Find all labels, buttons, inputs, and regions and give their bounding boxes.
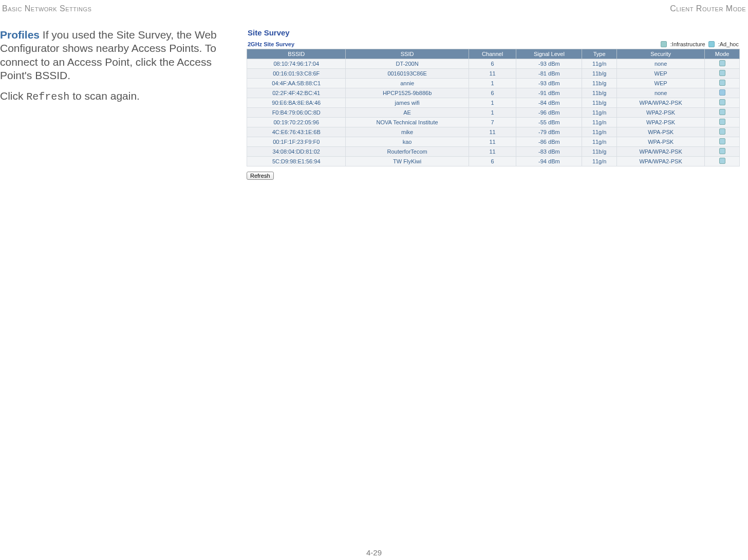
col-channel: Channel	[469, 49, 516, 59]
type-cell: 11g/n	[582, 137, 617, 147]
infrastructure-icon	[719, 70, 725, 76]
mode-cell	[705, 98, 740, 108]
ssid-cell: mike	[346, 127, 469, 137]
refresh-paragraph: Click Refresh to scan again.	[0, 89, 236, 103]
table-row: 00:1F:1F:23:F9:F0kao11-86 dBm11g/nWPA-PS…	[247, 137, 740, 147]
security-cell: WPA-PSK	[617, 137, 705, 147]
ssid-cell: TW FlyKiwi	[346, 157, 469, 166]
type-cell: 11g/n	[582, 108, 617, 118]
channel-cell: 11	[469, 127, 516, 137]
table-row: 4C:E6:76:43:1E:6Bmike11-79 dBm11g/nWPA-P…	[247, 127, 740, 137]
col-signal: Signal Level	[516, 49, 582, 59]
bssid-link[interactable]: 02:2F:4F:42:BC:41	[247, 88, 346, 98]
infrastructure-icon	[719, 80, 725, 86]
bssid-link[interactable]: 90:E6:BA:8E:8A:46	[247, 98, 346, 108]
ssid-cell: RouterforTecom	[346, 147, 469, 157]
channel-cell: 7	[469, 118, 516, 127]
site-survey-table: BSSID SSID Channel Signal Level Type Sec…	[247, 49, 740, 166]
legend-infra-text: :Infrastructure	[670, 41, 705, 47]
signal-cell: -96 dBm	[516, 108, 582, 118]
bssid-link[interactable]: 04:4F:AA:5B:88:C1	[247, 79, 346, 88]
signal-cell: -81 dBm	[516, 69, 582, 79]
ssid-cell: annie	[346, 79, 469, 88]
type-cell: 11g/n	[582, 59, 617, 69]
infrastructure-icon	[719, 138, 725, 144]
refresh-prefix: Click	[0, 90, 26, 102]
mode-cell	[705, 108, 740, 118]
type-cell: 11g/n	[582, 127, 617, 137]
col-mode: Mode	[705, 49, 740, 59]
security-cell: none	[617, 59, 705, 69]
channel-cell: 6	[469, 59, 516, 69]
ssid-cell: AE	[346, 108, 469, 118]
table-row: F0:B4:79:06:0C:8DAE1-96 dBm11g/nWPA2-PSK	[247, 108, 740, 118]
signal-cell: -91 dBm	[516, 88, 582, 98]
refresh-word: Refresh	[26, 91, 69, 103]
table-header-row: BSSID SSID Channel Signal Level Type Sec…	[247, 49, 740, 59]
bssid-link[interactable]: 00:19:70:22:05:96	[247, 118, 346, 127]
header-left: Basic Network Settings	[2, 4, 91, 13]
table-row: 34:08:04:DD:81:02RouterforTecom11-83 dBm…	[247, 147, 740, 157]
channel-cell: 6	[469, 157, 516, 166]
mode-cell	[705, 127, 740, 137]
signal-cell: -83 dBm	[516, 147, 582, 157]
infrastructure-icon	[719, 109, 725, 115]
type-cell: 11b/g	[582, 98, 617, 108]
col-security: Security	[617, 49, 705, 59]
adhoc-icon	[719, 89, 725, 96]
ssid-cell: HPCP1525-9b886b	[346, 88, 469, 98]
channel-cell: 11	[469, 147, 516, 157]
signal-cell: -93 dBm	[516, 59, 582, 69]
signal-cell: -94 dBm	[516, 157, 582, 166]
infrastructure-icon	[719, 148, 725, 154]
signal-cell: -79 dBm	[516, 127, 582, 137]
signal-cell: -86 dBm	[516, 137, 582, 147]
table-row: 00:16:01:93:C8:6F00160193C86E11-81 dBm11…	[247, 69, 740, 79]
ssid-cell: NOVA Technical Institute	[346, 118, 469, 127]
ssid-cell: kao	[346, 137, 469, 147]
security-cell: WEP	[617, 69, 705, 79]
header-right: Client Router Mode	[670, 4, 746, 13]
signal-cell: -84 dBm	[516, 98, 582, 108]
security-cell: WPA/WPA2-PSK	[617, 98, 705, 108]
ssid-cell: DT-200N	[346, 59, 469, 69]
bssid-link[interactable]: 08:10:74:96:17:04	[247, 59, 346, 69]
bssid-link[interactable]: 00:16:01:93:C8:6F	[247, 69, 346, 79]
type-cell: 11b/g	[582, 79, 617, 88]
bssid-link[interactable]: 34:08:04:DD:81:02	[247, 147, 346, 157]
infrastructure-icon	[661, 41, 667, 47]
mode-cell	[705, 79, 740, 88]
bssid-link[interactable]: F0:B4:79:06:0C:8D	[247, 108, 346, 118]
mode-cell	[705, 118, 740, 127]
channel-cell: 11	[469, 69, 516, 79]
panel-subtitle: 2GHz Site Survey	[248, 41, 294, 47]
signal-cell: -55 dBm	[516, 118, 582, 127]
bssid-link[interactable]: 00:1F:1F:23:F9:F0	[247, 137, 346, 147]
left-column: Profiles If you used the Site Survey, th…	[0, 28, 236, 180]
mode-cell	[705, 157, 740, 166]
bssid-link[interactable]: 5C:D9:98:E1:56:94	[247, 157, 346, 166]
channel-cell: 6	[469, 88, 516, 98]
table-row: 00:19:70:22:05:96NOVA Technical Institut…	[247, 118, 740, 127]
bssid-link[interactable]: 4C:E6:76:43:1E:6B	[247, 127, 346, 137]
right-column: Site Survey 2GHz Site Survey :Infrastruc…	[247, 28, 740, 180]
ssid-cell: james wifi	[346, 98, 469, 108]
panel-title: Site Survey	[247, 28, 740, 37]
legend-adhoc-text: :Ad_hoc	[718, 41, 739, 47]
type-cell: 11g/n	[582, 157, 617, 166]
type-cell: 11g/n	[582, 118, 617, 127]
refresh-button[interactable]: Refresh	[247, 172, 274, 180]
security-cell: WEP	[617, 79, 705, 88]
mode-cell	[705, 147, 740, 157]
infrastructure-icon	[719, 128, 725, 135]
profiles-label: Profiles	[0, 29, 40, 41]
table-row: 04:4F:AA:5B:88:C1annie1-93 dBm11b/gWEP	[247, 79, 740, 88]
security-cell: WPA/WPA2-PSK	[617, 157, 705, 166]
security-cell: WPA-PSK	[617, 127, 705, 137]
signal-cell: -93 dBm	[516, 79, 582, 88]
security-cell: WPA/WPA2-PSK	[617, 147, 705, 157]
table-row: 90:E6:BA:8E:8A:46james wifi1-84 dBm11b/g…	[247, 98, 740, 108]
legend-row: 2GHz Site Survey :Infrastructure :Ad_hoc	[247, 41, 740, 47]
channel-cell: 1	[469, 98, 516, 108]
mode-cell	[705, 59, 740, 69]
